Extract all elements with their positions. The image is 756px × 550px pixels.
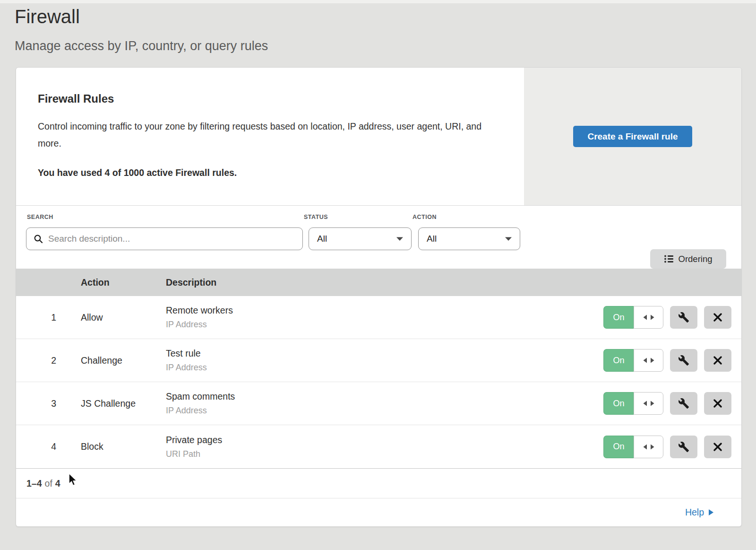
wrench-icon xyxy=(678,398,689,409)
close-icon xyxy=(713,399,722,408)
rule-enabled-toggle[interactable]: On xyxy=(603,349,663,372)
rule-action: Allow xyxy=(81,312,166,323)
search-filter: SEARCH xyxy=(26,214,303,269)
edit-rule-button[interactable] xyxy=(670,349,697,372)
close-icon xyxy=(713,442,722,452)
rule-match-type: IP Address xyxy=(166,363,603,373)
rule-description-cell: Private pages URI Path xyxy=(166,435,603,459)
edit-rule-button[interactable] xyxy=(670,392,697,415)
toggle-on-label: On xyxy=(603,349,634,372)
rule-description: Remote workers xyxy=(166,305,603,316)
search-icon xyxy=(34,234,43,244)
status-selected-value: All xyxy=(317,234,327,244)
wrench-icon xyxy=(678,441,689,453)
toggle-arrows-icon xyxy=(634,436,663,458)
rule-match-type: IP Address xyxy=(166,406,603,416)
pagination-bar: 1–4 of 4 xyxy=(16,468,741,498)
window-top-edge xyxy=(0,0,756,3)
create-rule-panel: Create a Firewall rule xyxy=(524,68,741,205)
rule-action: Challenge xyxy=(81,355,166,366)
rule-enabled-toggle[interactable]: On xyxy=(603,436,663,458)
toggle-on-label: On xyxy=(603,436,634,458)
close-icon xyxy=(713,313,722,322)
rule-description: Spam comments xyxy=(166,391,603,402)
rule-controls: On xyxy=(603,392,731,415)
rule-enabled-toggle[interactable]: On xyxy=(603,306,663,329)
search-input[interactable] xyxy=(48,234,296,244)
table-row: 4 Block Private pages URI Path On xyxy=(16,425,741,468)
search-input-box[interactable] xyxy=(26,227,303,250)
chevron-down-icon xyxy=(505,236,512,241)
pagination-total: 4 xyxy=(55,478,60,489)
toggle-on-label: On xyxy=(603,392,634,415)
table-row: 1 Allow Remote workers IP Address On xyxy=(16,296,741,339)
filter-bar: SEARCH STATUS All ACTION All xyxy=(16,206,741,269)
rule-description-cell: Test rule IP Address xyxy=(166,348,603,373)
rule-controls: On xyxy=(603,349,731,372)
delete-rule-button[interactable] xyxy=(704,349,731,372)
rule-description-cell: Spam comments IP Address xyxy=(166,391,603,416)
help-link-label: Help xyxy=(685,507,704,518)
triangle-right-icon xyxy=(708,509,714,516)
rule-description: Private pages xyxy=(166,435,603,445)
toggle-arrows-icon xyxy=(634,306,663,329)
ordering-button[interactable]: Ordering xyxy=(650,249,726,269)
rule-priority: 2 xyxy=(16,355,81,366)
card-footer: Help xyxy=(16,498,741,526)
usage-note: You have used 4 of 1000 active Firewall … xyxy=(38,167,496,178)
info-heading: Firewall Rules xyxy=(38,92,496,105)
description-column-header: Description xyxy=(166,277,741,288)
edit-rule-button[interactable] xyxy=(670,306,697,329)
wrench-icon xyxy=(678,312,689,323)
rule-description: Test rule xyxy=(166,348,603,359)
info-description: Control incoming traffic to your zone by… xyxy=(38,118,491,152)
toggle-arrows-icon xyxy=(634,349,663,372)
action-select[interactable]: All xyxy=(418,227,520,250)
table-row: 3 JS Challenge Spam comments IP Address … xyxy=(16,382,741,425)
search-label: SEARCH xyxy=(27,214,303,220)
rule-description-cell: Remote workers IP Address xyxy=(166,305,603,330)
table-row: 2 Challenge Test rule IP Address On xyxy=(16,339,741,382)
rule-action: Block xyxy=(81,441,166,452)
create-firewall-rule-button[interactable]: Create a Firewall rule xyxy=(573,126,692,147)
status-select[interactable]: All xyxy=(309,227,412,250)
action-selected-value: All xyxy=(427,234,437,244)
rule-controls: On xyxy=(603,306,731,329)
edit-rule-button[interactable] xyxy=(670,436,697,458)
rule-priority: 3 xyxy=(16,398,81,409)
close-icon xyxy=(713,356,722,365)
pagination-range: 1–4 xyxy=(26,478,42,489)
status-label: STATUS xyxy=(304,214,412,220)
rule-match-type: IP Address xyxy=(166,320,603,330)
rule-controls: On xyxy=(603,436,731,458)
help-link[interactable]: Help xyxy=(685,507,714,518)
delete-rule-button[interactable] xyxy=(704,436,731,458)
rule-priority: 1 xyxy=(16,312,81,323)
rule-priority: 4 xyxy=(16,441,81,452)
table-header: Action Description xyxy=(16,269,741,296)
page-subtitle: Manage access by IP, country, or query r… xyxy=(15,38,756,54)
firewall-card: Firewall Rules Control incoming traffic … xyxy=(16,67,742,527)
rule-enabled-toggle[interactable]: On xyxy=(603,392,663,415)
ordering-button-label: Ordering xyxy=(679,254,713,264)
chevron-down-icon xyxy=(396,236,404,241)
action-column-header: Action xyxy=(81,277,166,288)
wrench-icon xyxy=(678,355,689,366)
ordered-list-icon xyxy=(664,255,673,263)
info-text-block: Firewall Rules Control incoming traffic … xyxy=(16,68,524,205)
pagination-of-text: of xyxy=(45,478,52,489)
page-title: Firewall xyxy=(15,5,756,28)
status-filter: STATUS All xyxy=(303,214,412,269)
delete-rule-button[interactable] xyxy=(704,306,731,329)
toggle-arrows-icon xyxy=(634,392,663,415)
info-section: Firewall Rules Control incoming traffic … xyxy=(16,68,741,206)
rule-action: JS Challenge xyxy=(81,398,166,409)
rule-match-type: URI Path xyxy=(166,449,603,459)
delete-rule-button[interactable] xyxy=(704,392,731,415)
action-label: ACTION xyxy=(412,214,520,220)
toggle-on-label: On xyxy=(603,306,634,329)
action-filter: ACTION All xyxy=(412,214,520,269)
